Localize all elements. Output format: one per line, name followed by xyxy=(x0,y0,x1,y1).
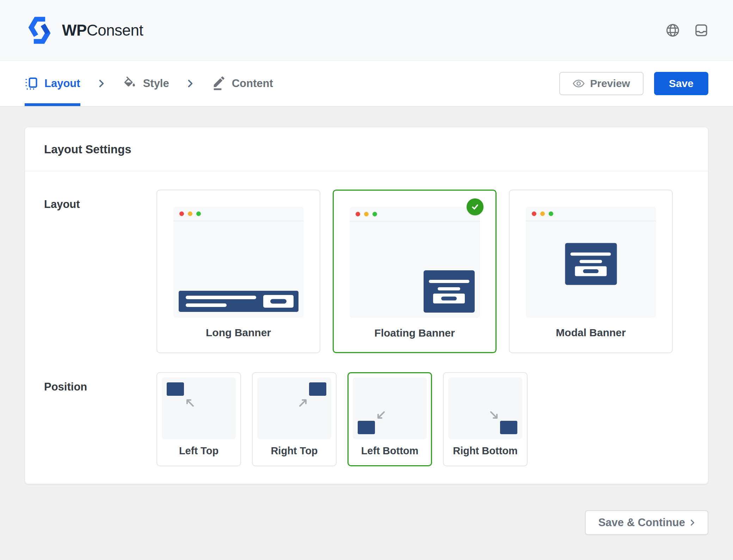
selected-check-badge xyxy=(467,198,483,215)
chevron-right-icon xyxy=(99,79,104,88)
position-field-label: Position xyxy=(44,372,156,466)
browser-mockup xyxy=(350,207,480,318)
preview-button[interactable]: Preview xyxy=(559,72,643,95)
tab-layout[interactable]: Layout xyxy=(25,61,80,106)
banner-placeholder xyxy=(358,421,375,434)
traffic-dot-green xyxy=(196,211,201,216)
traffic-dot-green xyxy=(372,212,377,216)
traffic-dot-green xyxy=(549,211,553,216)
wordmark: WPConsent xyxy=(62,21,143,39)
mockup-body xyxy=(173,222,304,318)
app-header: WPConsent xyxy=(0,0,733,61)
banner-button-pill xyxy=(441,297,457,301)
header-icons xyxy=(665,23,708,38)
wpconsent-logo: WPConsent xyxy=(25,17,143,44)
banner-placeholder xyxy=(309,382,326,396)
layout-icon xyxy=(25,77,38,90)
banner-text-line xyxy=(429,280,469,283)
chevron-right-icon xyxy=(187,79,193,88)
preview-button-label: Preview xyxy=(590,78,630,90)
banner-text-line xyxy=(438,287,460,290)
tab-style-label: Style xyxy=(143,77,169,90)
tab-layout-label: Layout xyxy=(44,77,80,90)
banner-button xyxy=(433,294,465,303)
pencil-icon xyxy=(211,76,226,91)
banner-placeholder xyxy=(167,382,184,396)
layout-settings-card: Layout Settings Layout xyxy=(25,127,708,484)
main-content: Layout Settings Layout xyxy=(0,107,733,535)
position-options: Left Top Right Top xyxy=(156,372,689,466)
layout-option-modal-banner[interactable]: Modal Banner xyxy=(509,190,673,353)
banner-text-line xyxy=(580,260,602,263)
save-continue-label: Save & Continue xyxy=(598,516,685,529)
position-option-right-bottom[interactable]: Right Bottom xyxy=(443,372,528,466)
wordmark-consent: Consent xyxy=(87,21,143,39)
page-title: Layout Settings xyxy=(44,143,689,156)
banner-text-line xyxy=(570,253,611,256)
inbox-icon[interactable] xyxy=(694,23,708,37)
position-preview-panel xyxy=(353,377,427,439)
position-preview-panel xyxy=(448,377,522,439)
position-option-label: Right Top xyxy=(257,445,331,457)
position-option-label: Left Top xyxy=(162,445,236,457)
traffic-dot-yellow xyxy=(364,212,369,216)
arrow-up-right-icon xyxy=(298,397,309,408)
footer-actions: Save & Continue xyxy=(25,484,708,535)
position-option-label: Right Bottom xyxy=(448,445,522,457)
arrow-up-left-icon xyxy=(184,397,195,408)
traffic-dot-red xyxy=(356,212,360,216)
mockup-body xyxy=(350,222,480,318)
mockup-topbar xyxy=(350,207,480,222)
save-button[interactable]: Save xyxy=(654,72,708,95)
layout-option-long-banner[interactable]: Long Banner xyxy=(156,190,320,353)
traffic-dot-yellow xyxy=(188,211,192,216)
tabbar-actions: Preview Save xyxy=(559,61,709,106)
tab-content-label: Content xyxy=(232,77,273,90)
position-option-left-top[interactable]: Left Top xyxy=(156,372,241,466)
globe-icon[interactable] xyxy=(665,23,680,38)
save-continue-button[interactable]: Save & Continue xyxy=(585,510,708,535)
layout-option-label: Floating Banner xyxy=(334,327,495,339)
mockup-body xyxy=(526,222,656,318)
banner-button xyxy=(263,295,294,308)
wordmark-wp: WP xyxy=(62,21,87,39)
tab-separator xyxy=(187,61,193,106)
card-body: Layout xyxy=(25,171,708,484)
position-preview-panel xyxy=(162,377,236,439)
layout-option-label: Long Banner xyxy=(157,327,320,339)
banner-placeholder xyxy=(500,421,517,434)
browser-mockup xyxy=(526,207,656,318)
settings-tabbar: Layout Style Content xyxy=(0,61,733,107)
banner-button xyxy=(575,266,607,276)
layout-field-label: Layout xyxy=(44,190,156,353)
banner-text-line xyxy=(186,303,227,307)
traffic-dot-yellow xyxy=(540,211,545,216)
wpconsent-logo-mark xyxy=(25,17,54,44)
layout-options: Long Banner xyxy=(156,190,689,353)
traffic-dot-red xyxy=(179,211,184,216)
modal-banner-graphic xyxy=(565,243,617,285)
layout-option-floating-banner[interactable]: Floating Banner xyxy=(333,190,497,353)
card-header: Layout Settings xyxy=(25,127,708,171)
paint-bucket-icon xyxy=(123,76,137,91)
traffic-dot-red xyxy=(532,211,536,216)
check-icon xyxy=(470,202,480,212)
chevron-right-icon xyxy=(690,518,695,527)
layout-field-row: Layout xyxy=(44,190,689,353)
mockup-topbar xyxy=(173,207,304,221)
browser-mockup xyxy=(173,207,304,318)
arrow-down-right-icon xyxy=(489,410,500,421)
position-field-row: Position Left Top xyxy=(44,372,689,466)
tab-separator xyxy=(99,61,104,106)
floating-banner-graphic xyxy=(424,270,475,313)
layout-option-label: Modal Banner xyxy=(510,327,672,339)
position-option-left-bottom[interactable]: Left Bottom xyxy=(347,372,432,466)
position-option-right-top[interactable]: Right Top xyxy=(252,372,337,466)
long-banner-graphic xyxy=(179,291,298,312)
tab-content[interactable]: Content xyxy=(211,61,273,106)
wpconsent-settings-page: WPConsent Layout xyxy=(0,0,733,560)
tab-style[interactable]: Style xyxy=(123,61,169,106)
arrow-down-left-icon xyxy=(375,410,386,421)
banner-button-pill xyxy=(270,299,287,304)
position-preview-panel xyxy=(257,377,331,439)
